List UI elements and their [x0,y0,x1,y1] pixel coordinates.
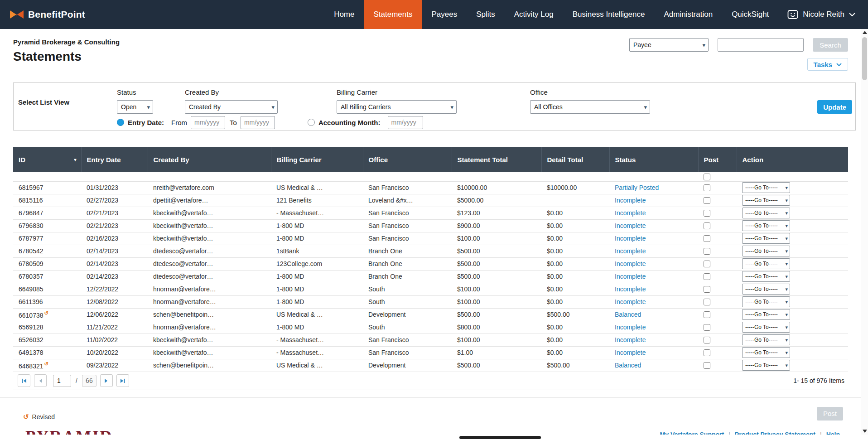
detail-total-cell: $0.00 [541,295,609,308]
update-button[interactable]: Update [817,100,852,114]
post-checkbox[interactable] [704,311,710,318]
nav-item-business-intelligence[interactable]: Business Intelligence [563,0,655,29]
status-link[interactable]: Incomplete [615,273,646,280]
entry-date-from-input[interactable] [191,116,225,129]
page-number-input[interactable] [53,375,71,387]
col-header-id[interactable]: ID▾ [13,147,81,172]
post-checkbox[interactable] [704,299,710,305]
go-to-select[interactable]: -----Go To----- [742,322,790,333]
go-to-select[interactable]: -----Go To----- [742,258,790,269]
user-menu[interactable]: Nicole Reith [778,0,868,29]
go-to-select[interactable]: -----Go To----- [742,195,790,206]
table-row: 664908512/22/2022hnorman@vertafore…1-800… [13,283,848,295]
vertical-scrollbar[interactable] [861,29,868,435]
post-checkbox[interactable] [704,197,710,204]
nav-item-statements[interactable]: Statements [364,0,422,29]
office-filter-select[interactable]: All Offices [530,100,650,114]
status-filter-select[interactable]: Open [117,100,153,114]
status-link[interactable]: Incomplete [615,336,646,343]
post-checkbox[interactable] [704,286,710,293]
sort-dropdown-icon[interactable]: ▾ [74,157,76,162]
statement-id: 6780509 [19,260,43,267]
search-input[interactable] [718,38,804,52]
nav-item-home[interactable]: Home [324,0,364,29]
col-header-created-by[interactable]: Created By [148,147,271,172]
next-page-button[interactable] [100,374,113,387]
status-link[interactable]: Balanced [615,362,641,369]
accounting-month-input[interactable] [388,116,423,129]
col-header-status[interactable]: Status [609,147,698,172]
horizontal-scroll-thumb[interactable] [459,436,541,439]
status-link[interactable]: Incomplete [615,235,646,242]
last-page-button[interactable] [116,374,129,387]
col-header-statement-total[interactable]: Statement Total [452,147,541,172]
go-to-select[interactable]: -----Go To----- [742,182,790,193]
nav-item-administration[interactable]: Administration [654,0,722,29]
go-to-select[interactable]: -----Go To----- [742,347,790,358]
post-checkbox[interactable] [704,235,710,242]
nav-item-activity-log[interactable]: Activity Log [505,0,563,29]
post-checkbox[interactable] [704,362,710,369]
go-to-select[interactable]: -----Go To----- [742,360,790,371]
status-link[interactable]: Incomplete [615,260,646,267]
col-header-entry-date[interactable]: Entry Date [81,147,148,172]
status-link[interactable]: Incomplete [615,298,646,305]
search-category-select[interactable]: Payee [629,38,709,52]
status-link[interactable]: Incomplete [615,197,646,204]
status-link[interactable]: Incomplete [615,222,646,229]
col-header-action[interactable]: Action [737,147,848,172]
go-to-select[interactable]: -----Go To----- [742,284,790,295]
nav-item-quicksight[interactable]: QuickSight [722,0,778,29]
scroll-down-icon[interactable] [863,430,867,433]
created-by-filter-select[interactable]: Created By [185,100,278,114]
col-header-detail-total[interactable]: Detail Total [541,147,609,172]
office-cell: Branch One [363,245,452,257]
select-all-checkbox[interactable] [704,174,710,180]
status-link[interactable]: Incomplete [615,349,646,356]
post-button[interactable]: Post [817,407,843,421]
go-to-select[interactable]: -----Go To----- [742,208,790,218]
go-to-select[interactable]: -----Go To----- [742,271,790,282]
search-button[interactable]: Search [813,38,848,52]
action-cell: -----Go To-----▾ [737,346,848,359]
post-checkbox[interactable] [704,349,710,356]
status-link[interactable]: Incomplete [615,324,646,331]
post-checkbox[interactable] [704,222,710,229]
prev-page-button[interactable] [34,374,47,387]
go-to-select[interactable]: -----Go To----- [742,233,790,244]
go-to-select[interactable]: -----Go To----- [742,334,790,345]
post-checkbox[interactable] [704,337,710,343]
post-checkbox[interactable] [704,273,710,280]
status-link[interactable]: Partially Posted [615,184,659,191]
statement-id: 6649085 [19,285,43,293]
status-link[interactable]: Incomplete [615,285,646,293]
accounting-month-radio[interactable] [308,119,315,126]
go-to-select[interactable]: -----Go To----- [742,246,790,256]
tasks-button[interactable]: Tasks [807,58,848,71]
post-checkbox[interactable] [704,248,710,255]
post-checkbox[interactable] [704,184,710,191]
entry-date-to-input[interactable] [241,116,275,129]
table-row: 6468321↺09/23/2022schen@benefitpoin…US M… [13,359,848,372]
col-header-office[interactable]: Office [363,147,452,172]
horizontal-scrollbar[interactable] [0,435,861,440]
vertical-scroll-thumb[interactable] [862,37,867,80]
go-to-select[interactable]: -----Go To----- [742,309,790,320]
col-header-billing-carrier[interactable]: Billing Carrier [271,147,363,172]
go-to-select[interactable]: -----Go To----- [742,220,790,231]
entry-date-radio[interactable] [117,119,124,126]
nav-item-payees[interactable]: Payees [422,0,467,29]
col-header-post[interactable]: Post [698,147,737,172]
post-checkbox[interactable] [704,261,710,267]
nav-item-splits[interactable]: Splits [467,0,505,29]
go-to-select[interactable]: -----Go To----- [742,296,790,307]
post-checkbox[interactable] [704,324,710,331]
status-link[interactable]: Incomplete [615,209,646,217]
post-checkbox[interactable] [704,210,710,217]
brand[interactable]: BenefitPoint [0,0,95,29]
billing-carrier-filter-select[interactable]: All Billing Carriers [337,100,457,114]
status-link[interactable]: Incomplete [615,247,646,255]
scroll-up-icon[interactable] [863,31,867,34]
first-page-button[interactable] [18,374,30,387]
status-link[interactable]: Balanced [615,311,641,318]
